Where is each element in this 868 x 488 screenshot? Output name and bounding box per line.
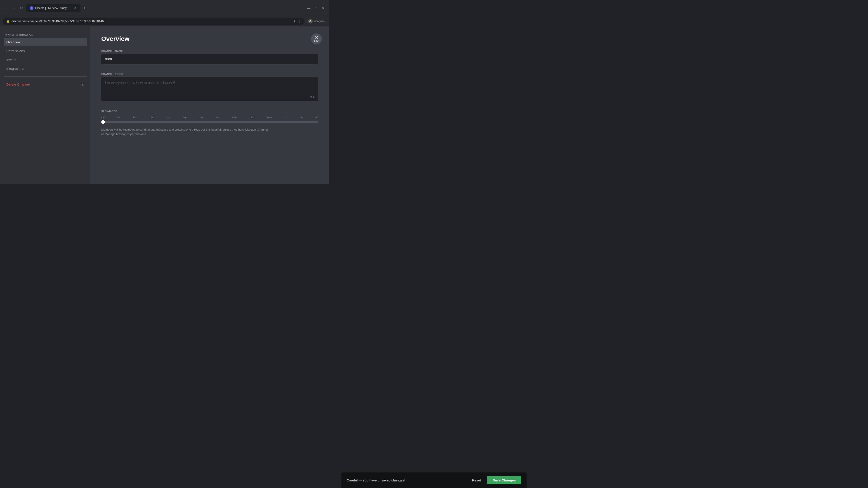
sidebar-item-integrations[interactable]: Integrations (4, 64, 87, 73)
slowmode-description: Members will be restricted to sending on… (101, 127, 269, 136)
sidebar: # NAM INFORMATION Overview Permissions I… (0, 26, 90, 184)
sidebar-item-delete-channel[interactable]: Delete Channel 🗑 (4, 80, 87, 89)
sidebar-item-overview-label: Overview (6, 40, 21, 44)
tick-off: Off (101, 116, 104, 119)
refresh-button[interactable]: ↻ (18, 5, 24, 11)
new-tab-button[interactable]: + (81, 5, 88, 11)
channel-name-input[interactable] (101, 54, 318, 64)
page-title: Overview (101, 35, 318, 42)
channel-name-section: CHANNEL NAME (101, 50, 318, 64)
close-window-button[interactable]: ✕ (320, 5, 327, 11)
sidebar-item-permissions-label: Permissions (6, 49, 25, 53)
delete-channel-label: Delete Channel (6, 83, 30, 86)
browser-menu-icon[interactable]: ⋮ (298, 20, 301, 23)
bookmark-icon[interactable]: ★ (293, 20, 296, 23)
tab-favicon: D (30, 6, 33, 10)
slowmode-slider-container: Off 5s 10s 15s 30s 1m 2m 5m 10m 15m 30m … (101, 116, 318, 124)
incognito-badge[interactable]: 🕵 Incognito (306, 18, 327, 24)
sidebar-item-invites[interactable]: Invites (4, 56, 87, 64)
channel-topic-wrapper: 1024 (101, 77, 318, 101)
window-controls: — □ ✕ (306, 5, 327, 11)
channel-topic-label: CHANNEL TOPIC (101, 73, 318, 75)
incognito-icon: 🕵 (308, 19, 313, 24)
esc-label: ESC (314, 40, 319, 43)
trash-icon: 🗑 (81, 83, 84, 86)
sidebar-item-permissions[interactable]: Permissions (4, 47, 87, 55)
tab-title: Discord | Overview | study group (35, 6, 71, 10)
lock-icon: 🔒 (6, 20, 10, 23)
minimize-button[interactable]: — (306, 5, 312, 11)
char-count: 1024 (309, 96, 315, 99)
tab-close-button[interactable]: ✕ (73, 6, 77, 10)
back-button[interactable]: ← (3, 5, 9, 11)
tab-bar: D Discord | Overview | study group ✕ + (26, 4, 304, 12)
tick-1m: 1m (183, 116, 186, 119)
tick-5s: 5s (117, 116, 120, 119)
tick-10m: 10m (232, 116, 237, 119)
sidebar-item-invites-label: Invites (6, 58, 16, 62)
address-bar[interactable]: 🔒 discord.com/channels/11827053640729355… (3, 18, 305, 25)
sidebar-item-overview[interactable]: Overview (4, 38, 87, 46)
channel-topic-input[interactable] (101, 77, 318, 100)
tick-1h: 1h (284, 116, 287, 119)
browser-nav-controls: ← → ↻ (3, 5, 24, 11)
main-content: Overview ✕ ESC CHANNEL NAME CHANNEL TOPI… (90, 26, 329, 184)
app-container: # NAM INFORMATION Overview Permissions I… (0, 26, 329, 184)
tick-15s: 15s (149, 116, 153, 119)
address-text: discord.com/channels/1182705364072935565… (11, 20, 291, 23)
maximize-button[interactable]: □ (313, 5, 319, 11)
tick-15m: 15m (249, 116, 254, 119)
tick-2m: 2m (199, 116, 203, 119)
channel-name-label: CHANNEL NAME (101, 50, 318, 53)
incognito-label: Incognito (313, 20, 324, 23)
slowmode-tick-labels: Off 5s 10s 15s 30s 1m 2m 5m 10m 15m 30m … (101, 116, 318, 119)
forward-button[interactable]: → (10, 5, 17, 11)
browser-chrome: ← → ↻ D Discord | Overview | study group… (0, 0, 329, 16)
tick-6h: 6h (315, 116, 318, 119)
tick-2h: 2h (300, 116, 303, 119)
esc-close-button[interactable]: ✕ ESC (311, 33, 322, 44)
active-tab[interactable]: D Discord | Overview | study group ✕ (26, 4, 81, 12)
address-bar-row: 🔒 discord.com/channels/11827053640729355… (0, 16, 329, 26)
slowmode-section: SLOWMODE Off 5s 10s 15s 30s 1m 2m 5m 10m… (101, 110, 318, 136)
tick-5m: 5m (215, 116, 219, 119)
sidebar-section-title: # NAM INFORMATION (4, 33, 87, 36)
slowmode-label: SLOWMODE (101, 110, 318, 112)
slowmode-slider[interactable] (101, 121, 318, 123)
tick-30s: 30s (166, 116, 170, 119)
close-x-icon: ✕ (315, 35, 318, 40)
address-bar-icons: ★ ⋮ (293, 20, 301, 23)
tick-30m: 30m (267, 116, 272, 119)
tick-10s: 10s (133, 116, 137, 119)
channel-topic-section: CHANNEL TOPIC 1024 (101, 73, 318, 101)
sidebar-item-integrations-label: Integrations (6, 67, 24, 70)
